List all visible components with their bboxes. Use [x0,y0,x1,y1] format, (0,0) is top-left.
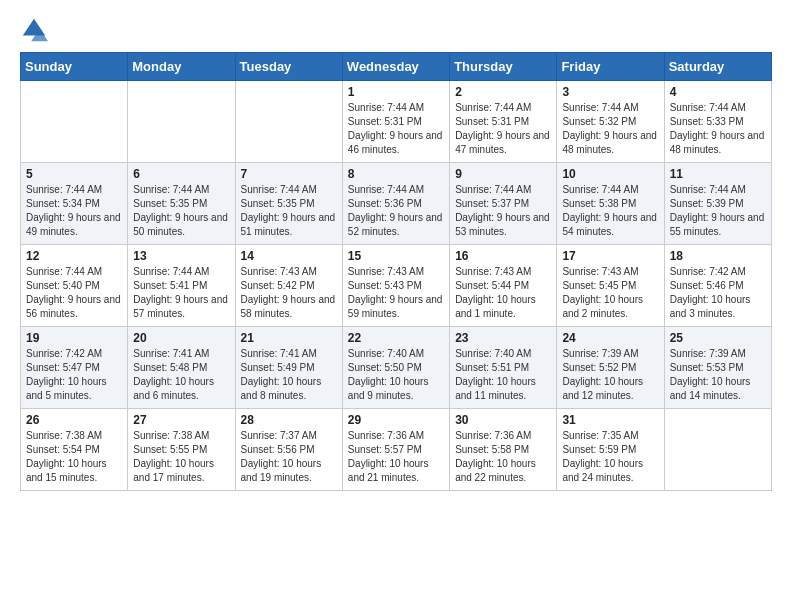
calendar-cell [235,81,342,163]
calendar-cell: 12Sunrise: 7:44 AM Sunset: 5:40 PM Dayli… [21,245,128,327]
day-info: Sunrise: 7:43 AM Sunset: 5:43 PM Dayligh… [348,265,444,321]
calendar-cell: 26Sunrise: 7:38 AM Sunset: 5:54 PM Dayli… [21,409,128,491]
day-number: 16 [455,249,551,263]
day-info: Sunrise: 7:42 AM Sunset: 5:47 PM Dayligh… [26,347,122,403]
day-info: Sunrise: 7:43 AM Sunset: 5:42 PM Dayligh… [241,265,337,321]
day-info: Sunrise: 7:44 AM Sunset: 5:31 PM Dayligh… [455,101,551,157]
calendar-cell: 25Sunrise: 7:39 AM Sunset: 5:53 PM Dayli… [664,327,771,409]
day-info: Sunrise: 7:44 AM Sunset: 5:36 PM Dayligh… [348,183,444,239]
calendar-week-row: 1Sunrise: 7:44 AM Sunset: 5:31 PM Daylig… [21,81,772,163]
day-info: Sunrise: 7:41 AM Sunset: 5:48 PM Dayligh… [133,347,229,403]
day-info: Sunrise: 7:44 AM Sunset: 5:32 PM Dayligh… [562,101,658,157]
day-number: 20 [133,331,229,345]
day-info: Sunrise: 7:37 AM Sunset: 5:56 PM Dayligh… [241,429,337,485]
day-number: 15 [348,249,444,263]
day-info: Sunrise: 7:44 AM Sunset: 5:41 PM Dayligh… [133,265,229,321]
day-number: 1 [348,85,444,99]
day-number: 7 [241,167,337,181]
calendar-cell: 21Sunrise: 7:41 AM Sunset: 5:49 PM Dayli… [235,327,342,409]
day-number: 5 [26,167,122,181]
day-info: Sunrise: 7:44 AM Sunset: 5:31 PM Dayligh… [348,101,444,157]
day-number: 31 [562,413,658,427]
day-info: Sunrise: 7:44 AM Sunset: 5:39 PM Dayligh… [670,183,766,239]
day-number: 9 [455,167,551,181]
calendar-cell: 20Sunrise: 7:41 AM Sunset: 5:48 PM Dayli… [128,327,235,409]
weekday-header: Saturday [664,53,771,81]
day-info: Sunrise: 7:43 AM Sunset: 5:45 PM Dayligh… [562,265,658,321]
day-number: 4 [670,85,766,99]
day-number: 24 [562,331,658,345]
day-number: 10 [562,167,658,181]
day-info: Sunrise: 7:44 AM Sunset: 5:37 PM Dayligh… [455,183,551,239]
weekday-header: Monday [128,53,235,81]
calendar-cell: 1Sunrise: 7:44 AM Sunset: 5:31 PM Daylig… [342,81,449,163]
day-number: 26 [26,413,122,427]
weekday-header: Sunday [21,53,128,81]
day-info: Sunrise: 7:42 AM Sunset: 5:46 PM Dayligh… [670,265,766,321]
day-number: 3 [562,85,658,99]
day-number: 14 [241,249,337,263]
day-info: Sunrise: 7:38 AM Sunset: 5:54 PM Dayligh… [26,429,122,485]
calendar-cell: 28Sunrise: 7:37 AM Sunset: 5:56 PM Dayli… [235,409,342,491]
logo-icon [20,16,48,44]
calendar-cell: 27Sunrise: 7:38 AM Sunset: 5:55 PM Dayli… [128,409,235,491]
day-info: Sunrise: 7:38 AM Sunset: 5:55 PM Dayligh… [133,429,229,485]
day-number: 19 [26,331,122,345]
calendar-cell: 7Sunrise: 7:44 AM Sunset: 5:35 PM Daylig… [235,163,342,245]
day-info: Sunrise: 7:44 AM Sunset: 5:34 PM Dayligh… [26,183,122,239]
calendar: SundayMondayTuesdayWednesdayThursdayFrid… [20,52,772,491]
day-info: Sunrise: 7:44 AM Sunset: 5:35 PM Dayligh… [241,183,337,239]
day-number: 8 [348,167,444,181]
day-number: 18 [670,249,766,263]
day-number: 2 [455,85,551,99]
calendar-cell: 11Sunrise: 7:44 AM Sunset: 5:39 PM Dayli… [664,163,771,245]
calendar-cell: 6Sunrise: 7:44 AM Sunset: 5:35 PM Daylig… [128,163,235,245]
day-info: Sunrise: 7:44 AM Sunset: 5:38 PM Dayligh… [562,183,658,239]
day-number: 13 [133,249,229,263]
day-info: Sunrise: 7:43 AM Sunset: 5:44 PM Dayligh… [455,265,551,321]
calendar-cell: 19Sunrise: 7:42 AM Sunset: 5:47 PM Dayli… [21,327,128,409]
weekday-header: Wednesday [342,53,449,81]
day-number: 6 [133,167,229,181]
day-info: Sunrise: 7:44 AM Sunset: 5:35 PM Dayligh… [133,183,229,239]
calendar-cell: 29Sunrise: 7:36 AM Sunset: 5:57 PM Dayli… [342,409,449,491]
logo [20,16,52,44]
day-number: 11 [670,167,766,181]
weekday-header: Friday [557,53,664,81]
day-info: Sunrise: 7:39 AM Sunset: 5:52 PM Dayligh… [562,347,658,403]
calendar-cell: 8Sunrise: 7:44 AM Sunset: 5:36 PM Daylig… [342,163,449,245]
day-number: 29 [348,413,444,427]
calendar-cell [128,81,235,163]
calendar-cell: 23Sunrise: 7:40 AM Sunset: 5:51 PM Dayli… [450,327,557,409]
calendar-cell: 4Sunrise: 7:44 AM Sunset: 5:33 PM Daylig… [664,81,771,163]
weekday-header: Tuesday [235,53,342,81]
day-info: Sunrise: 7:44 AM Sunset: 5:33 PM Dayligh… [670,101,766,157]
day-info: Sunrise: 7:35 AM Sunset: 5:59 PM Dayligh… [562,429,658,485]
day-number: 17 [562,249,658,263]
calendar-cell: 31Sunrise: 7:35 AM Sunset: 5:59 PM Dayli… [557,409,664,491]
calendar-cell: 24Sunrise: 7:39 AM Sunset: 5:52 PM Dayli… [557,327,664,409]
day-number: 22 [348,331,444,345]
calendar-week-row: 5Sunrise: 7:44 AM Sunset: 5:34 PM Daylig… [21,163,772,245]
calendar-cell: 9Sunrise: 7:44 AM Sunset: 5:37 PM Daylig… [450,163,557,245]
day-number: 23 [455,331,551,345]
calendar-week-row: 12Sunrise: 7:44 AM Sunset: 5:40 PM Dayli… [21,245,772,327]
calendar-cell: 5Sunrise: 7:44 AM Sunset: 5:34 PM Daylig… [21,163,128,245]
day-info: Sunrise: 7:41 AM Sunset: 5:49 PM Dayligh… [241,347,337,403]
day-info: Sunrise: 7:36 AM Sunset: 5:57 PM Dayligh… [348,429,444,485]
calendar-cell: 16Sunrise: 7:43 AM Sunset: 5:44 PM Dayli… [450,245,557,327]
calendar-cell: 3Sunrise: 7:44 AM Sunset: 5:32 PM Daylig… [557,81,664,163]
day-info: Sunrise: 7:40 AM Sunset: 5:51 PM Dayligh… [455,347,551,403]
day-number: 30 [455,413,551,427]
calendar-week-row: 26Sunrise: 7:38 AM Sunset: 5:54 PM Dayli… [21,409,772,491]
calendar-cell: 22Sunrise: 7:40 AM Sunset: 5:50 PM Dayli… [342,327,449,409]
calendar-cell: 14Sunrise: 7:43 AM Sunset: 5:42 PM Dayli… [235,245,342,327]
calendar-week-row: 19Sunrise: 7:42 AM Sunset: 5:47 PM Dayli… [21,327,772,409]
day-number: 25 [670,331,766,345]
day-info: Sunrise: 7:36 AM Sunset: 5:58 PM Dayligh… [455,429,551,485]
weekday-header: Thursday [450,53,557,81]
day-number: 12 [26,249,122,263]
day-info: Sunrise: 7:40 AM Sunset: 5:50 PM Dayligh… [348,347,444,403]
calendar-cell: 13Sunrise: 7:44 AM Sunset: 5:41 PM Dayli… [128,245,235,327]
weekday-header-row: SundayMondayTuesdayWednesdayThursdayFrid… [21,53,772,81]
